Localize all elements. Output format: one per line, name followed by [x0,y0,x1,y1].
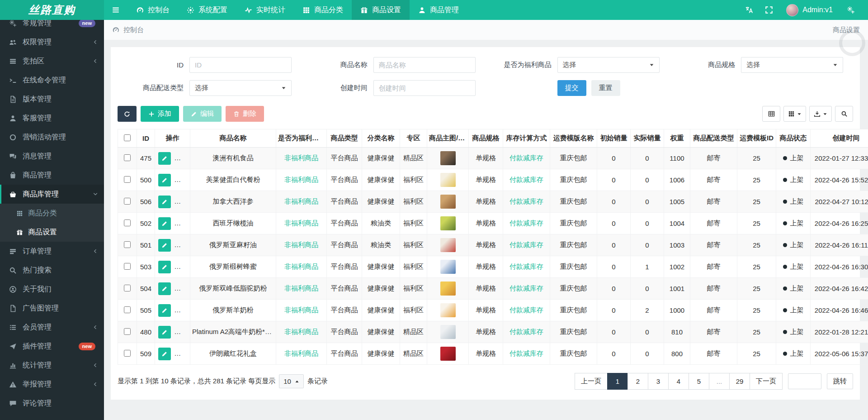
cell-stock-mode[interactable]: 付款减库存 [503,321,550,343]
row-checkbox[interactable] [124,263,131,270]
breadcrumb-left[interactable]: 控制台 [112,26,144,34]
row-checkbox[interactable] [124,198,131,205]
table-row[interactable]: 500 美莱健蛋白代餐粉 非福利商品 平台商品 健康保健 福利区 单规格 付款减… [118,169,868,191]
sidebar-item-3[interactable]: 竞拍区 [0,52,104,71]
row-edit-button[interactable] [158,348,171,360]
cell-welfare[interactable]: 非福利商品 [276,343,327,365]
created-time-input[interactable] [373,80,476,96]
topnav-item[interactable]: 实时统计 [236,0,294,20]
topnav-item[interactable]: 商品分类 [294,0,352,20]
cell-welfare[interactable]: 非福利商品 [276,278,327,300]
table-row[interactable]: 480 Platinum A2高端牛奶粉*3罐 非福利商品 平台商品 健康保健 … [118,321,868,343]
sidebar-item-1[interactable]: 常规管理 new [0,20,104,33]
sidebar-item-7[interactable]: 营销活动管理 [0,128,104,147]
page-ellipsis[interactable]: ... [709,373,730,390]
page-button[interactable]: 4 [668,373,689,390]
table-row[interactable]: 502 西班牙橄榄油 非福利商品 平台商品 粮油类 福利区 单规格 付款减库存 … [118,213,868,234]
topnav-item[interactable]: 商品设置 [352,0,410,20]
submit-button[interactable]: 提交 [557,80,586,96]
sidebar-item-19[interactable]: 评论管理 [0,394,104,413]
avatar[interactable] [786,4,798,16]
sidebar-item-12[interactable]: 热门搜索 [0,261,104,280]
page-button[interactable]: 上一页 [575,373,608,390]
row-checkbox[interactable] [124,176,131,183]
sidebar-item-17[interactable]: 统计管理 [0,356,104,375]
breadcrumb-console[interactable]: 控制台 [123,26,144,34]
cell-stock-mode[interactable]: 付款减库存 [503,191,550,213]
sidebar-item-13[interactable]: 关于我们 [0,280,104,299]
row-delete-button[interactable] [175,152,188,165]
cell-welfare[interactable]: 非福利商品 [276,321,327,343]
refresh-button[interactable] [118,106,137,122]
row-edit-button[interactable] [158,261,171,273]
row-edit-button[interactable] [158,282,171,295]
table-row[interactable]: 506 加拿大西洋参 非福利商品 平台商品 健康保健 福利区 单规格 付款减库存… [118,191,868,213]
columns-dropdown-button[interactable] [783,106,806,122]
edit-button[interactable]: 编辑 [183,106,222,122]
row-edit-button[interactable] [158,217,171,230]
welfare-select[interactable]: 选择 [557,57,660,73]
sidebar-item-5[interactable]: 版本管理 [0,90,104,109]
row-checkbox[interactable] [124,154,131,161]
product-thumb[interactable] [440,151,456,165]
topnav-item[interactable]: 系统配置 [178,0,236,20]
row-delete-button[interactable] [175,239,188,252]
row-delete-button[interactable] [175,348,188,360]
id-input[interactable] [189,57,292,73]
sidebar-item-8[interactable]: 消息管理 [0,147,104,166]
table-row[interactable]: 475 澳洲有机食品 非福利商品 平台商品 健康保健 精品区 单规格 付款减库存… [118,148,868,169]
export-dropdown-button[interactable] [809,106,832,122]
sidebar-item-10[interactable]: 商品库管理 [0,185,104,204]
cell-welfare[interactable]: 非福利商品 [276,234,327,256]
select-all-checkbox[interactable] [124,134,131,141]
settings-button[interactable] [841,0,861,20]
product-name-input[interactable] [373,57,476,73]
row-edit-button[interactable] [158,174,171,186]
cell-stock-mode[interactable]: 付款减库存 [503,148,550,169]
topnav-item[interactable]: 商品管理 [410,0,467,20]
row-edit-button[interactable] [158,239,171,252]
row-edit-button[interactable] [158,304,171,317]
cell-welfare[interactable]: 非福利商品 [276,256,327,278]
table-row[interactable]: 504 俄罗斯双峰低脂驼奶粉 非福利商品 平台商品 健康保健 福利区 单规格 付… [118,278,868,300]
row-edit-button[interactable] [158,326,171,339]
cell-stock-mode[interactable]: 付款减库存 [503,343,550,365]
page-size-select[interactable]: 10 [279,374,304,388]
sidebar-item-11[interactable]: 订单管理 [0,242,104,261]
delivery-type-select[interactable]: 选择 [189,80,292,96]
sidebar-item-14[interactable]: 广告图管理 [0,299,104,318]
row-delete-button[interactable] [175,326,188,339]
sidebar-subitem[interactable]: 商品设置 [0,223,104,242]
cell-stock-mode[interactable]: 付款减库存 [503,256,550,278]
row-checkbox[interactable] [124,285,131,291]
add-button[interactable]: 添加 [141,106,179,122]
row-edit-button[interactable] [158,152,171,165]
page-button[interactable]: 29 [729,373,750,390]
page-button[interactable]: 5 [689,373,709,390]
cell-welfare[interactable]: 非福利商品 [276,169,327,191]
jump-button[interactable]: 跳转 [827,373,853,389]
product-thumb[interactable] [440,238,456,252]
sidebar-item-6[interactable]: 客服管理 [0,109,104,128]
row-delete-button[interactable] [175,174,188,186]
row-checkbox[interactable] [124,241,131,248]
cell-stock-mode[interactable]: 付款减库存 [503,213,550,234]
row-edit-button[interactable] [158,196,171,208]
cell-stock-mode[interactable]: 付款减库存 [503,169,550,191]
sidebar-item-15[interactable]: 会员管理 [0,318,104,337]
product-thumb[interactable] [440,216,456,230]
sidebar-toggle-button[interactable] [104,0,127,20]
row-delete-button[interactable] [175,196,188,208]
table-row[interactable]: 509 伊朗藏红花礼盒 非福利商品 平台商品 健康保健 精品区 单规格 付款减库… [118,343,868,365]
page-button[interactable]: 3 [648,373,669,390]
sidebar-item-9[interactable]: 商品管理 [0,166,104,185]
jump-page-input[interactable] [788,373,821,389]
delete-button[interactable]: 删除 [226,106,264,122]
fullscreen-button[interactable] [759,0,779,20]
sidebar-item-2[interactable]: 权限管理 [0,33,104,52]
cell-stock-mode[interactable]: 付款减库存 [503,234,550,256]
cell-welfare[interactable]: 非福利商品 [276,148,327,169]
page-button[interactable]: 2 [627,373,648,390]
table-row[interactable]: 505 俄罗斯羊奶粉 非福利商品 平台商品 健康保健 福利区 单规格 付款减库存… [118,300,868,321]
row-delete-button[interactable] [175,261,188,273]
